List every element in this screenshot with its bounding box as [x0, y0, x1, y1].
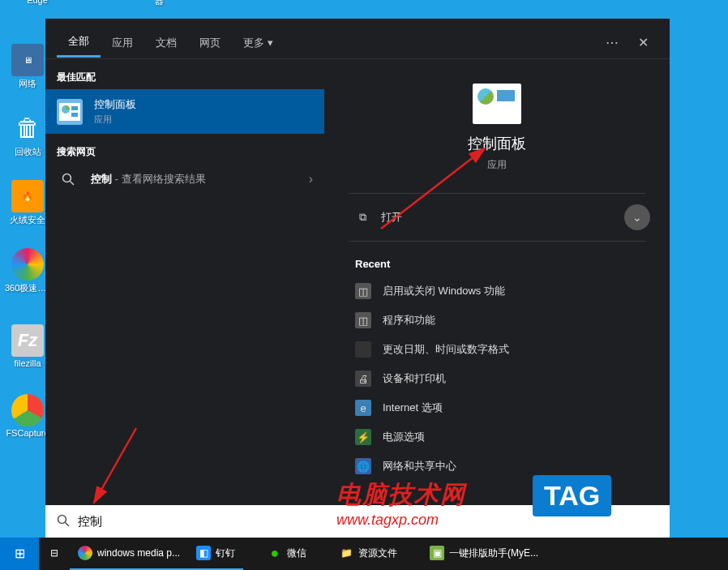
programs-icon: ◫ — [355, 312, 371, 328]
taskbar-dingtalk[interactable]: ◧ 钉钉 — [188, 538, 243, 570]
tab-more[interactable]: 更多 ▾ — [232, 29, 285, 57]
taskbar-wechat[interactable]: ● 微信 — [259, 538, 315, 570]
recent-devices[interactable]: 🖨设备和打印机 — [349, 364, 645, 393]
svg-line-5 — [71, 182, 75, 186]
svg-point-4 — [63, 174, 71, 182]
recycle-icon: 🗑 — [11, 112, 44, 144]
taskbar: ⊞ ⊟ windows media p... ◧ 钉钉 ● 微信 📁 资源文件 … — [0, 538, 728, 570]
dingtalk-icon: ◧ — [196, 546, 211, 560]
preview-app-icon — [473, 84, 521, 124]
desktop-icon-device[interactable]: 器 — [136, 0, 182, 7]
svg-line-7 — [66, 522, 70, 526]
tabs-bar: 全部 应用 文档 网页 更多 ▾ ⋯ ✕ — [45, 19, 670, 59]
feature-icon: ◫ — [355, 283, 371, 299]
preview-title: 控制面板 — [349, 134, 645, 153]
windows-icon: ⊞ — [12, 546, 27, 560]
taskbar-mye[interactable]: ▣ 一键排版助手(MyE... — [422, 538, 546, 570]
browser-icon — [11, 248, 44, 281]
desktop-icon-fscapture[interactable]: FSCapture — [5, 394, 50, 438]
divider — [349, 241, 645, 242]
search-panel: 全部 应用 文档 网页 更多 ▾ ⋯ ✕ 最佳匹配 控制面板 应用 搜索网页 — [45, 19, 670, 538]
desktop-icon-filezilla[interactable]: Fz filezilla — [5, 324, 50, 368]
taskbar-folder[interactable]: 📁 资源文件 — [331, 538, 405, 570]
open-action[interactable]: ⧉ 打开 ⌄ — [349, 199, 645, 236]
web-search-header: 搜索网页 — [45, 140, 324, 164]
result-control-panel[interactable]: 控制面板 应用 — [45, 89, 324, 134]
shield-icon: 🔥 — [11, 180, 44, 212]
wechat-icon: ● — [268, 546, 282, 560]
open-icon: ⧉ — [355, 211, 370, 224]
mye-icon: ▣ — [430, 546, 444, 560]
close-icon[interactable]: ✕ — [628, 28, 658, 57]
search-box — [45, 505, 670, 538]
preview-subtitle: 应用 — [349, 158, 645, 172]
recent-internet[interactable]: eInternet 选项 — [349, 393, 645, 422]
svg-point-6 — [58, 515, 66, 523]
web-search-item[interactable]: 控制 - 查看网络搜索结果 › — [45, 164, 324, 195]
filezilla-icon: Fz — [11, 324, 44, 357]
recent-windows-features[interactable]: ◫启用或关闭 Windows 功能 — [349, 276, 645, 306]
recent-datetime[interactable]: 更改日期、时间或数字格式 — [349, 335, 645, 364]
result-title: 控制面板 — [94, 97, 136, 112]
tab-all[interactable]: 全部 — [57, 28, 101, 58]
folder-icon: 📁 — [339, 546, 353, 560]
desktop-icon-huorong[interactable]: 🔥 火绒安全 — [5, 180, 50, 226]
chevron-down-icon: ▾ — [268, 36, 273, 49]
recent-network[interactable]: 🌐网络和共享中心 — [349, 452, 645, 481]
web-query: 控制 — [91, 173, 112, 185]
chevron-right-icon: › — [309, 172, 313, 186]
svg-rect-3 — [71, 113, 78, 117]
power-icon: ⚡ — [355, 429, 371, 445]
best-match-header: 最佳匹配 — [45, 66, 324, 89]
web-rest: - 查看网络搜索结果 — [112, 173, 206, 185]
search-icon — [57, 173, 79, 186]
start-button[interactable]: ⊞ — [0, 538, 39, 570]
svg-rect-0 — [59, 103, 80, 121]
network-icon: 🖥 — [11, 44, 44, 76]
taskbar-wmp[interactable]: windows media p... — [70, 538, 188, 570]
recent-header: Recent — [349, 246, 645, 276]
task-view-icon: ⊟ — [47, 546, 62, 560]
desktop-icon-recycle[interactable]: 🗑 回收站 — [5, 112, 50, 158]
desktop-icon-edge[interactable]: Edge — [15, 0, 60, 5]
task-view-button[interactable]: ⊟ — [39, 538, 70, 570]
tab-apps[interactable]: 应用 — [101, 29, 144, 57]
desktop-icon-network[interactable]: 🖥 网络 — [5, 44, 50, 90]
wmp-icon — [78, 546, 92, 560]
svg-rect-2 — [71, 106, 78, 110]
recent-power[interactable]: ⚡电源选项 — [349, 422, 645, 452]
result-subtitle: 应用 — [94, 114, 136, 126]
fscapture-icon — [11, 394, 44, 426]
expand-chevron-icon[interactable]: ⌄ — [624, 204, 650, 230]
tab-docs[interactable]: 文档 — [144, 29, 188, 57]
tab-web[interactable]: 网页 — [188, 29, 232, 57]
results-column: 最佳匹配 控制面板 应用 搜索网页 控制 - 查看网络搜索结果 › — [45, 59, 324, 505]
more-options-icon[interactable]: ⋯ — [596, 28, 628, 57]
recent-programs[interactable]: ◫程序和功能 — [349, 306, 645, 335]
search-icon — [57, 514, 70, 529]
network-share-icon: 🌐 — [355, 458, 371, 474]
control-panel-icon — [57, 99, 83, 125]
preview-column: 控制面板 应用 ⧉ 打开 ⌄ Recent ◫启用或关闭 Windows 功能 … — [324, 59, 670, 505]
desktop-icon-360[interactable]: 360极速浏览器 — [5, 248, 50, 294]
divider — [349, 193, 645, 194]
search-input[interactable] — [78, 515, 658, 529]
internet-icon: e — [355, 400, 371, 416]
printer-icon: 🖨 — [355, 371, 371, 387]
datetime-icon — [355, 341, 371, 358]
